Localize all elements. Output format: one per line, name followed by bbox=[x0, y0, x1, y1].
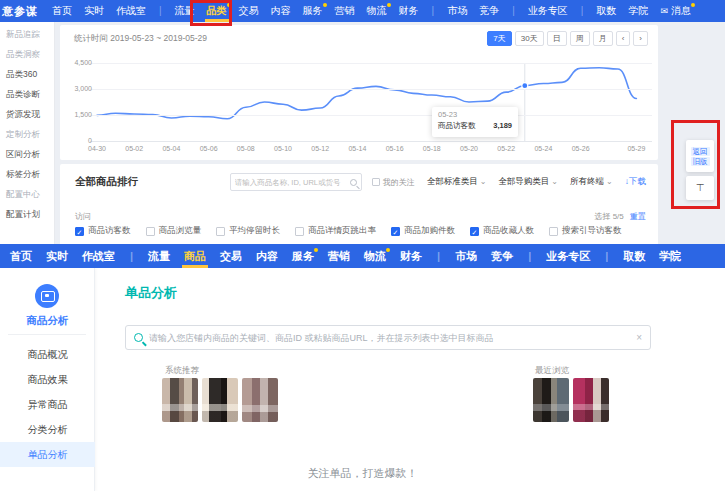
period-button[interactable]: 周 bbox=[570, 31, 590, 46]
nav-item[interactable]: 服务 bbox=[292, 244, 314, 268]
nav-item[interactable]: 市场 bbox=[455, 244, 477, 268]
nav-item[interactable]: 物流 bbox=[367, 0, 387, 22]
nav-item: | bbox=[605, 244, 608, 268]
y-axis-label: 0 bbox=[70, 137, 92, 144]
sidebar-item[interactable]: 新品追踪 bbox=[0, 24, 54, 44]
product-search-input[interactable] bbox=[149, 333, 630, 343]
filter-dropdown[interactable]: 所有终端⌄ bbox=[570, 176, 613, 188]
product-thumbnail[interactable] bbox=[162, 378, 198, 422]
return-old-version-widget[interactable]: 返回 旧版 bbox=[686, 140, 714, 172]
period-button[interactable]: ‹ bbox=[616, 31, 631, 46]
period-button[interactable]: 7天 bbox=[487, 31, 511, 46]
period-button[interactable]: › bbox=[633, 31, 648, 46]
metric-checkbox[interactable]: 平均停留时长 bbox=[216, 225, 280, 237]
sidebar-item[interactable]: 单品分析 bbox=[0, 442, 95, 467]
tooltip-value: 3,189 bbox=[493, 121, 512, 131]
metric-checkbox[interactable]: 商品收藏人数 bbox=[470, 225, 534, 237]
sidebar-item[interactable]: 区间分析 bbox=[0, 144, 54, 164]
product-sidebar-items: 商品概况商品效果异常商品分类分析单品分析 bbox=[0, 342, 95, 467]
back-to-top-button[interactable]: ⊤ bbox=[686, 176, 714, 200]
nav-item[interactable]: 流量 bbox=[148, 244, 170, 268]
filter-dropdown[interactable]: 全部导购类目⌄ bbox=[498, 176, 558, 188]
nav-item[interactable]: 营销 bbox=[328, 244, 350, 268]
download-button[interactable]: ↓下载 bbox=[625, 176, 646, 188]
nav-item[interactable]: 服务 bbox=[303, 0, 323, 22]
metric-checkbox[interactable]: 商品访客数 bbox=[75, 225, 131, 237]
period-button[interactable]: 日 bbox=[547, 31, 567, 46]
metric-checkbox[interactable]: 商品加购件数 bbox=[391, 225, 455, 237]
nav-item[interactable]: 营销 bbox=[335, 0, 355, 22]
nav-item[interactable]: 流量 bbox=[175, 0, 195, 22]
sidebar-item[interactable]: 品类诊断 bbox=[0, 84, 54, 104]
period-button[interactable]: 30天 bbox=[515, 31, 544, 46]
nav-item[interactable]: 学院 bbox=[659, 244, 681, 268]
nav-item[interactable]: 实时 bbox=[84, 0, 104, 22]
nav-item[interactable]: 首页 bbox=[10, 244, 32, 268]
nav-item[interactable]: 首页 bbox=[52, 0, 72, 22]
sidebar-item[interactable]: 商品概况 bbox=[0, 342, 95, 367]
nav-item[interactable]: 市场 bbox=[447, 0, 467, 22]
sidebar-item[interactable]: 商品效果 bbox=[0, 367, 95, 392]
nav-item: | bbox=[130, 244, 133, 268]
nav-item: | bbox=[512, 0, 515, 22]
nav-item[interactable]: 业务专区 bbox=[528, 0, 568, 22]
metric-checkbox[interactable]: 商品详情页跳出率 bbox=[295, 225, 376, 237]
nav-item[interactable]: 业务专区 bbox=[546, 244, 590, 268]
product-thumbnail[interactable] bbox=[573, 378, 609, 422]
nav-item[interactable]: 竞争 bbox=[479, 0, 499, 22]
ranking-search-box[interactable] bbox=[230, 173, 362, 191]
checkbox-icon bbox=[75, 227, 84, 236]
checkbox-icon bbox=[295, 227, 304, 236]
product-search-box[interactable]: × bbox=[125, 325, 651, 350]
filter-dropdown[interactable]: 全部标准类目⌄ bbox=[427, 176, 487, 188]
nav-item[interactable]: 内容 bbox=[256, 244, 278, 268]
nav-item[interactable]: 取数 bbox=[623, 244, 645, 268]
metric-checkbox[interactable]: 搜索引导访客数 bbox=[549, 225, 622, 237]
nav-item[interactable]: 竞争 bbox=[491, 244, 513, 268]
sidebar-item[interactable]: 分类分析 bbox=[0, 417, 95, 442]
product-thumbnail[interactable] bbox=[202, 378, 238, 422]
checkbox-icon bbox=[391, 227, 400, 236]
nav-item[interactable]: 内容 bbox=[271, 0, 291, 22]
page-title: 单品分析 bbox=[125, 284, 177, 302]
metric-checkbox[interactable]: 商品浏览量 bbox=[146, 225, 202, 237]
nav-item[interactable]: 交易 bbox=[239, 0, 259, 22]
nav-item[interactable]: 消息 bbox=[660, 0, 691, 22]
nav-item: | bbox=[581, 0, 584, 22]
nav-item[interactable]: 取数 bbox=[596, 0, 616, 22]
sidebar-item[interactable]: 品类360 bbox=[0, 64, 54, 84]
period-button[interactable]: 月 bbox=[593, 31, 613, 46]
chevron-down-icon: ⌄ bbox=[606, 177, 613, 186]
sidebar-item[interactable]: 配置计划 bbox=[0, 204, 54, 224]
x-axis-label: 05-06 bbox=[194, 145, 224, 152]
search-icon[interactable] bbox=[350, 179, 357, 186]
recent-label: 最近浏览 bbox=[535, 365, 569, 377]
y-axis-label: 4,500 bbox=[70, 59, 92, 66]
x-axis-label: 05-20 bbox=[454, 145, 484, 152]
sidebar-item[interactable]: 异常商品 bbox=[0, 392, 95, 417]
my-follow-checkbox[interactable]: 我的关注 bbox=[372, 177, 415, 188]
sidebar-item[interactable]: 品类洞察 bbox=[0, 44, 54, 64]
sidebar-item[interactable]: 定制分析 bbox=[0, 124, 54, 144]
reset-button[interactable]: 重置 bbox=[630, 212, 646, 221]
nav-item[interactable]: 物流 bbox=[364, 244, 386, 268]
ranking-search-input[interactable] bbox=[235, 178, 350, 187]
nav-item[interactable]: 财务 bbox=[400, 244, 422, 268]
chart-tooltip: 05-23 商品访客数 3,189 bbox=[432, 107, 518, 137]
nav-item[interactable]: 交易 bbox=[220, 244, 242, 268]
nav-item[interactable]: 作战室 bbox=[116, 0, 146, 22]
product-thumbnail[interactable] bbox=[242, 378, 278, 422]
nav-item[interactable]: 财务 bbox=[399, 0, 419, 22]
nav-item[interactable]: 商品 bbox=[184, 244, 206, 268]
sidebar-item[interactable]: 货源发现 bbox=[0, 104, 54, 124]
nav-item[interactable]: 学院 bbox=[628, 0, 648, 22]
visitor-trend-chart[interactable]: 05-23 商品访客数 3,189 01,5003,0004,50004-300… bbox=[70, 55, 656, 155]
nav-item[interactable]: 实时 bbox=[46, 244, 68, 268]
sidebar-item[interactable]: 配置中心 bbox=[0, 184, 54, 204]
sidebar-item[interactable]: 标签分析 bbox=[0, 164, 54, 184]
nav-item[interactable]: 品类 bbox=[207, 0, 227, 22]
product-thumbnail[interactable] bbox=[533, 378, 569, 422]
app-logo[interactable]: 意参谋 bbox=[0, 0, 52, 22]
nav-item[interactable]: 作战室 bbox=[82, 244, 115, 268]
clear-icon[interactable]: × bbox=[636, 332, 642, 343]
